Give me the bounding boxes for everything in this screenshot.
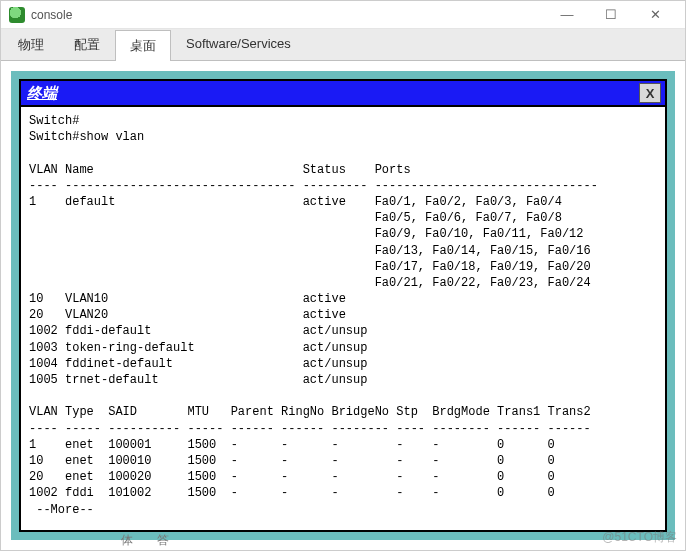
vlan-row: Fa0/21, Fa0/22, Fa0/23, Fa0/24: [29, 276, 591, 290]
minimize-button[interactable]: —: [545, 1, 589, 28]
close-button[interactable]: ✕: [633, 1, 677, 28]
tab-physical[interactable]: 物理: [3, 29, 59, 60]
maximize-button[interactable]: ☐: [589, 1, 633, 28]
vlan-detail-row: 1 enet 100001 1500 - - - - - 0 0: [29, 438, 555, 452]
vlan-row: 1004 fddinet-default act/unsup: [29, 357, 367, 371]
vlan-detail-header: VLAN Type SAID MTU Parent RingNo BridgeN…: [29, 405, 591, 419]
vlan-row: Fa0/5, Fa0/6, Fa0/7, Fa0/8: [29, 211, 562, 225]
vlan-row: Fa0/9, Fa0/10, Fa0/11, Fa0/12: [29, 227, 584, 241]
terminal-frame: 终端 X Switch# Switch#show vlan VLAN Name …: [11, 71, 675, 540]
window-title: console: [31, 8, 72, 22]
prompt-line: Switch#show vlan: [29, 130, 144, 144]
tab-desktop[interactable]: 桌面: [115, 30, 171, 61]
tab-software-services[interactable]: Software/Services: [171, 29, 306, 60]
vlan-detail-row: 1002 fddi 101002 1500 - - - - - 0 0: [29, 486, 555, 500]
vlan-detail-row: 20 enet 100020 1500 - - - - - 0 0: [29, 470, 555, 484]
workspace: 终端 X Switch# Switch#show vlan VLAN Name …: [1, 61, 685, 550]
vlan-row: 1 default active Fa0/1, Fa0/2, Fa0/3, Fa…: [29, 195, 562, 209]
terminal-header[interactable]: 终端 X: [21, 81, 665, 107]
divider: ---- ----- ---------- ----- ------ -----…: [29, 422, 591, 436]
tabs: 物理 配置 桌面 Software/Services: [1, 29, 685, 61]
vlan-row: 1005 trnet-default act/unsup: [29, 373, 367, 387]
vlan-row: 1003 token-ring-default act/unsup: [29, 341, 367, 355]
terminal-close-button[interactable]: X: [639, 83, 661, 103]
divider: ---- -------------------------------- --…: [29, 179, 598, 193]
vlan-row: 10 VLAN10 active: [29, 292, 346, 306]
vlan-detail-row: 10 enet 100010 1500 - - - - - 0 0: [29, 454, 555, 468]
app-icon: [9, 7, 25, 23]
prompt-line: Switch#: [29, 114, 79, 128]
vlan-table-header: VLAN Name Status Ports: [29, 163, 411, 177]
vlan-row: 20 VLAN20 active: [29, 308, 346, 322]
titlebar: console — ☐ ✕: [1, 1, 685, 29]
vlan-row: Fa0/13, Fa0/14, Fa0/15, Fa0/16: [29, 244, 591, 258]
vlan-row: 1002 fddi-default act/unsup: [29, 324, 367, 338]
terminal-window: 终端 X Switch# Switch#show vlan VLAN Name …: [19, 79, 667, 532]
terminal-body[interactable]: Switch# Switch#show vlan VLAN Name Statu…: [21, 107, 665, 530]
tab-config[interactable]: 配置: [59, 29, 115, 60]
terminal-title: 终端: [25, 84, 59, 103]
app-window: console — ☐ ✕ 物理 配置 桌面 Software/Services…: [0, 0, 686, 551]
more-prompt: --More--: [29, 503, 94, 517]
vlan-row: Fa0/17, Fa0/18, Fa0/19, Fa0/20: [29, 260, 591, 274]
